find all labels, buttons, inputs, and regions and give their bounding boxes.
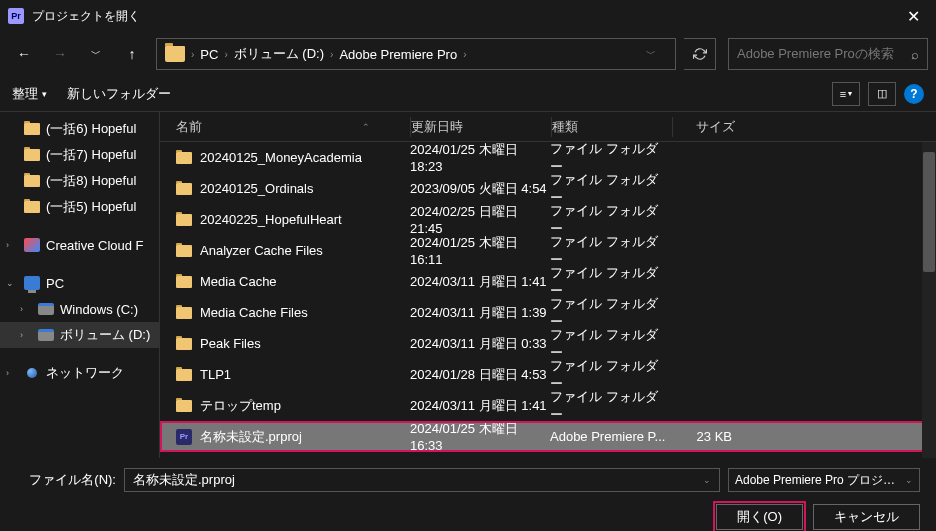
file-name: Media Cache: [200, 274, 277, 289]
breadcrumb-item[interactable]: PC: [200, 47, 218, 62]
filename-label: ファイル名(N):: [16, 471, 116, 489]
file-name: 20240125_Ordinals: [200, 181, 313, 196]
sidebar-item-network[interactable]: ›ネットワーク: [0, 360, 159, 386]
file-name: テロップtemp: [200, 397, 281, 415]
file-name: Analyzer Cache Files: [200, 243, 323, 258]
chevron-right-icon: ›: [6, 368, 9, 378]
column-date[interactable]: 更新日時: [411, 118, 551, 136]
pc-icon: [24, 276, 40, 290]
file-row[interactable]: Pr名称未設定.prproj2024/01/25 木曜日 16:33Adobe …: [160, 421, 936, 452]
file-name: Peak Files: [200, 336, 261, 351]
drive-icon: [38, 303, 54, 315]
file-row[interactable]: Media Cache2024/03/11 月曜日 1:41ファイル フォルダー: [160, 266, 936, 297]
new-folder-button[interactable]: 新しいフォルダー: [67, 85, 171, 103]
folder-icon: [176, 369, 192, 381]
filename-input[interactable]: 名称未設定.prproj⌄: [124, 468, 720, 492]
file-date: 2024/03/11 月曜日 0:33: [410, 335, 550, 353]
folder-icon: [24, 149, 40, 161]
list-header: 名前⌃ 更新日時 種類 サイズ: [160, 112, 936, 142]
folder-icon: [176, 307, 192, 319]
file-date: 2024/01/28 日曜日 4:53: [410, 366, 550, 384]
file-date: 2024/01/25 木曜日 18:23: [410, 142, 550, 174]
drive-icon: [38, 329, 54, 341]
search-input[interactable]: Adobe Premiere Proの検索 ⌕: [728, 38, 928, 70]
file-row[interactable]: Peak Files2024/03/11 月曜日 0:33ファイル フォルダー: [160, 328, 936, 359]
folder-icon: [165, 46, 185, 62]
chevron-right-icon: ›: [330, 49, 333, 60]
file-list: 名前⌃ 更新日時 種類 サイズ 20240125_MoneyAcademia20…: [160, 112, 936, 458]
scrollbar-vertical[interactable]: [922, 142, 936, 458]
sidebar-item-pc[interactable]: ⌄PC: [0, 270, 159, 296]
recent-button[interactable]: ﹀: [80, 38, 112, 70]
file-row[interactable]: 20240225_HopefulHeart2024/02/25 日曜日 21:4…: [160, 204, 936, 235]
file-row[interactable]: Analyzer Cache Files2024/01/25 木曜日 16:11…: [160, 235, 936, 266]
file-row[interactable]: TLP12024/01/28 日曜日 4:53ファイル フォルダー: [160, 359, 936, 390]
filetype-filter[interactable]: Adobe Premiere Pro プロジェクト⌄: [728, 468, 920, 492]
window-title: プロジェクトを開く: [32, 8, 140, 25]
back-button[interactable]: ←: [8, 38, 40, 70]
file-date: 2024/02/25 日曜日 21:45: [410, 203, 550, 236]
folder-icon: [176, 276, 192, 288]
file-name: 20240225_HopefulHeart: [200, 212, 342, 227]
sidebar-item-folder[interactable]: (一括8) Hopeful: [0, 168, 159, 194]
file-type: Adobe Premiere P...: [550, 429, 670, 444]
search-icon: ⌕: [911, 47, 919, 62]
folder-icon: [176, 183, 192, 195]
file-row[interactable]: テロップtemp2024/03/11 月曜日 1:41ファイル フォルダー: [160, 390, 936, 421]
sidebar: (一括6) Hopeful(一括7) Hopeful(一括8) Hopeful(…: [0, 112, 160, 458]
column-name[interactable]: 名前⌃: [160, 118, 410, 136]
organize-menu[interactable]: 整理▾: [12, 85, 47, 103]
file-date: 2024/03/11 月曜日 1:39: [410, 304, 550, 322]
file-name: 20240125_MoneyAcademia: [200, 150, 362, 165]
file-name: TLP1: [200, 367, 231, 382]
sidebar-item-folder[interactable]: (一括6) Hopeful: [0, 116, 159, 142]
sidebar-item-folder[interactable]: (一括7) Hopeful: [0, 142, 159, 168]
footer: ファイル名(N): 名称未設定.prproj⌄ Adobe Premiere P…: [0, 458, 936, 531]
chevron-down-icon: ⌄: [6, 278, 14, 288]
file-date: 2024/01/25 木曜日 16:33: [410, 420, 550, 453]
chevron-right-icon: ›: [224, 49, 227, 60]
preview-pane-button[interactable]: ◫: [868, 82, 896, 106]
help-button[interactable]: ?: [904, 84, 924, 104]
close-button[interactable]: ✕: [899, 3, 928, 30]
sidebar-item-drive-c[interactable]: ›Windows (C:): [0, 296, 159, 322]
folder-icon: [176, 338, 192, 350]
cancel-button[interactable]: キャンセル: [813, 504, 920, 530]
sidebar-item-folder[interactable]: (一括5) Hopeful: [0, 194, 159, 220]
creative-cloud-icon: [24, 238, 40, 252]
file-date: 2024/01/25 木曜日 16:11: [410, 234, 550, 267]
breadcrumb[interactable]: › PC › ボリューム (D:) › Adobe Premiere Pro ›…: [156, 38, 676, 70]
sidebar-item-drive-d[interactable]: ›ボリューム (D:): [0, 322, 159, 348]
file-size: 23 KB: [670, 429, 740, 444]
app-icon: Pr: [8, 8, 24, 24]
dropdown-icon[interactable]: ﹀: [635, 47, 667, 61]
file-type: ファイル フォルダー: [550, 388, 670, 424]
search-placeholder: Adobe Premiere Proの検索: [737, 45, 894, 63]
view-mode-button[interactable]: ≡ ▾: [832, 82, 860, 106]
forward-button[interactable]: →: [44, 38, 76, 70]
chevron-right-icon: ›: [191, 49, 194, 60]
breadcrumb-item[interactable]: Adobe Premiere Pro: [339, 47, 457, 62]
file-date: 2024/03/11 月曜日 1:41: [410, 397, 550, 415]
folder-icon: [24, 201, 40, 213]
breadcrumb-item[interactable]: ボリューム (D:): [234, 45, 324, 63]
file-row[interactable]: 20240125_Ordinals2023/09/05 火曜日 4:54ファイル…: [160, 173, 936, 204]
folder-icon: [176, 152, 192, 164]
folder-icon: [176, 400, 192, 412]
column-type[interactable]: 種類: [552, 118, 672, 136]
folder-icon: [24, 123, 40, 135]
file-row[interactable]: 20240125_MoneyAcademia2024/01/25 木曜日 18:…: [160, 142, 936, 173]
chevron-right-icon: ›: [6, 240, 9, 250]
file-date: 2024/03/11 月曜日 1:41: [410, 273, 550, 291]
file-row[interactable]: Media Cache Files2024/03/11 月曜日 1:39ファイル…: [160, 297, 936, 328]
toolbar: 整理▾ 新しいフォルダー ≡ ▾ ◫ ?: [0, 76, 936, 112]
up-button[interactable]: ↑: [116, 38, 148, 70]
refresh-button[interactable]: [684, 38, 716, 70]
open-button[interactable]: 開く(O): [716, 504, 803, 530]
chevron-right-icon: ›: [20, 304, 23, 314]
scrollbar-thumb[interactable]: [923, 152, 935, 272]
prproj-icon: Pr: [176, 429, 192, 445]
sidebar-item-creative-cloud[interactable]: ›Creative Cloud F: [0, 232, 159, 258]
network-icon: [24, 366, 40, 380]
column-size[interactable]: サイズ: [673, 118, 743, 136]
